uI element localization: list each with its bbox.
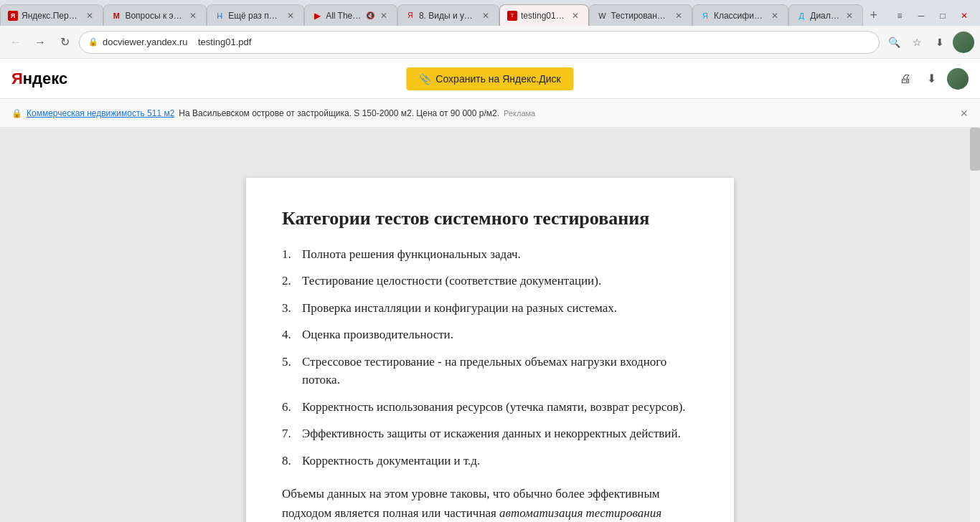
list-item: 5. Стрессовое тестирование - на предельн… xyxy=(282,353,698,389)
list-text-6: Корректность использования ресурсов (уте… xyxy=(302,398,698,417)
new-tab-button[interactable]: + xyxy=(863,4,884,26)
maximize-button[interactable]: □ xyxy=(933,6,953,26)
minimize-button[interactable]: ─ xyxy=(911,6,931,26)
save-button-label: Сохранить на Яндекс.Диск xyxy=(435,73,560,85)
tab-favicon-6: T xyxy=(507,11,517,21)
address-bar[interactable]: 🔒 docviewer.yandex.ru testing01.pdf xyxy=(79,31,880,54)
tab-close-3[interactable]: ✕ xyxy=(285,10,296,22)
tab-close-2[interactable]: ✕ xyxy=(187,10,199,22)
tab-favicon-8: Я xyxy=(700,11,710,21)
list-item: 1. Полнота решения функциональных задач. xyxy=(282,245,698,264)
download-button[interactable]: ⬇ xyxy=(930,32,950,52)
bookmark-button[interactable]: ☆ xyxy=(907,32,927,52)
pdf-paragraph: Объемы данных на этом уровне таковы, что… xyxy=(282,484,698,522)
tab-favicon-3: Н xyxy=(215,11,225,21)
tab-mute-icon[interactable]: 🔇 xyxy=(366,11,374,19)
search-button[interactable]: 🔍 xyxy=(884,32,904,52)
address-domain: docviewer.yandex.ru xyxy=(103,37,188,47)
scroll-track[interactable] xyxy=(970,128,980,522)
tab-classification[interactable]: Я Классифика... ✕ xyxy=(692,4,788,26)
scroll-thumb[interactable] xyxy=(970,128,980,171)
tab-gmail[interactable]: M Вопросы к экз... ✕ xyxy=(103,4,207,26)
close-window-button[interactable]: ✕ xyxy=(954,6,974,26)
tab-close-7[interactable]: ✕ xyxy=(673,10,684,22)
back-button[interactable]: ← xyxy=(6,32,26,52)
list-item: 2. Тестирование целостности (соответстви… xyxy=(282,272,698,290)
list-num-5: 5. xyxy=(282,353,302,389)
tab-favicon-9: Д xyxy=(796,11,806,21)
tab-label-2: Вопросы к экз... xyxy=(125,11,184,21)
tab-close-9[interactable]: ✕ xyxy=(844,10,855,22)
print-button[interactable]: 🖨 xyxy=(895,69,915,89)
yandex-logo-rest: ндекс xyxy=(23,70,67,88)
ad-description: На Васильевском острове от застройщика. … xyxy=(179,108,499,118)
pdf-page: Категории тестов системного тестирования… xyxy=(246,178,734,522)
list-item: 3. Проверка инсталляции и конфигурации н… xyxy=(282,299,698,318)
header-avatar-image xyxy=(947,68,969,90)
tab-favicon-5: Я xyxy=(405,11,415,21)
ad-link[interactable]: Коммерческая недвижимость 511 м2 xyxy=(27,108,174,118)
tab-dialogi[interactable]: Д Диалоги ✕ xyxy=(788,4,863,26)
tab-blue[interactable]: Н Ещё раз про... ✕ xyxy=(207,4,304,26)
pdf-title: Категории тестов системного тестирования xyxy=(282,207,698,231)
tab-close-8[interactable]: ✕ xyxy=(769,10,781,22)
tab-close-6[interactable]: ✕ xyxy=(570,10,581,22)
list-item: 8. Корректность документации и т.д. xyxy=(282,452,698,470)
tab-close-5[interactable]: ✕ xyxy=(480,10,491,22)
tab-favicon-1: Я xyxy=(8,11,18,21)
tab-yandex-doc[interactable]: Я 8. Виды и уро... ✕ xyxy=(397,4,499,26)
save-button-wrapper: 📎 Сохранить на Яндекс.Диск xyxy=(406,67,573,90)
toolbar-right: 🔍 ☆ ⬇ xyxy=(884,32,974,53)
avatar[interactable] xyxy=(953,32,974,53)
yandex-logo-y: Я xyxy=(11,70,23,88)
address-text: docviewer.yandex.ru testing01.pdf xyxy=(103,37,870,47)
tab-label-1: Яндекс.Перев... xyxy=(22,11,80,21)
list-num-2: 2. xyxy=(282,272,302,290)
ad-bar: 🔒 Коммерческая недвижимость 511 м2 На Ва… xyxy=(0,99,980,128)
lock-icon: 🔒 xyxy=(88,37,98,47)
yandex-logo[interactable]: Я ндекс xyxy=(11,70,67,88)
tab-label-9: Диалоги xyxy=(810,11,840,21)
forward-button[interactable]: → xyxy=(30,32,50,52)
tab-label-3: Ещё раз про... xyxy=(228,11,281,21)
ad-close-button[interactable]: ✕ xyxy=(960,108,969,119)
list-text-8: Корректность документации и т.д. xyxy=(302,452,698,470)
tab-label-8: Классифика... xyxy=(714,11,765,21)
header-avatar[interactable] xyxy=(947,68,969,90)
tab-label-5: 8. Виды и уро... xyxy=(419,11,476,21)
list-text-5: Стрессовое тестирование - на предельных … xyxy=(302,353,698,389)
tab-testing01[interactable]: T testing01.p... ✕ xyxy=(499,4,589,26)
tab-youtube[interactable]: ▶ All The T... 🔇 ✕ xyxy=(304,4,397,26)
list-text-1: Полнота решения функциональных задач. xyxy=(302,245,698,264)
pdf-paragraph-italic: автоматизация тестирования xyxy=(499,506,661,520)
save-to-yandex-disk-button[interactable]: 📎 Сохранить на Яндекс.Диск xyxy=(406,67,573,90)
pdf-list: 1. Полнота решения функциональных задач.… xyxy=(282,245,698,470)
list-num-7: 7. xyxy=(282,424,302,443)
tab-yandex-translate[interactable]: Я Яндекс.Перев... ✕ xyxy=(0,4,103,26)
window-menu-button[interactable]: ≡ xyxy=(890,6,910,26)
tab-favicon-7: W xyxy=(597,11,607,21)
avatar-image xyxy=(953,32,974,53)
ad-label: Реклама xyxy=(504,109,535,118)
tab-label-4: All The T... xyxy=(326,11,362,21)
list-text-4: Оценка производительности. xyxy=(302,326,698,344)
reload-button[interactable]: ↻ xyxy=(55,32,75,52)
tab-close-1[interactable]: ✕ xyxy=(84,10,95,22)
address-bar-row: ← → ↻ 🔒 docviewer.yandex.ru testing01.pd… xyxy=(0,26,980,59)
tab-favicon-4: ▶ xyxy=(312,11,322,21)
tab-favicon-2: M xyxy=(111,11,121,21)
list-num-8: 8. xyxy=(282,452,302,470)
header-right-controls: 🖨 ⬇ xyxy=(895,68,969,90)
tab-label-6: testing01.p... xyxy=(521,11,566,21)
tab-label-7: Тестирование... xyxy=(611,11,669,21)
content-area: Категории тестов системного тестирования… xyxy=(0,128,980,522)
tab-close-4[interactable]: ✕ xyxy=(378,10,390,22)
window-controls: ≡ ─ □ ✕ xyxy=(884,6,980,26)
list-text-2: Тестирование целостности (соответствие д… xyxy=(302,272,698,290)
list-num-3: 3. xyxy=(282,299,302,318)
header-download-button[interactable]: ⬇ xyxy=(921,69,941,89)
list-item: 4. Оценка производительности. xyxy=(282,326,698,344)
ad-shield-icon: 🔒 xyxy=(11,108,22,118)
tab-wiki[interactable]: W Тестирование... ✕ xyxy=(589,4,692,26)
list-item: 7. Эффективность защиты от искажения дан… xyxy=(282,424,698,443)
